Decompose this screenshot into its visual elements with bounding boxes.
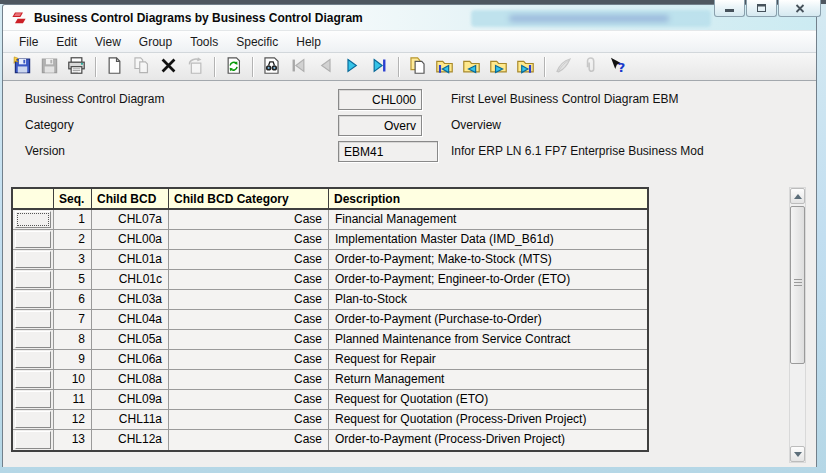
cell-description[interactable]: Order-to-Payment; Engineer-to-Order (ETO…: [329, 270, 647, 289]
menu-edit[interactable]: Edit: [48, 33, 85, 51]
cell-description[interactable]: Financial Management: [329, 210, 647, 229]
cell-child-bcd[interactable]: CHL09a: [92, 390, 169, 409]
version-field[interactable]: EBM41: [338, 141, 438, 162]
cell-category[interactable]: Case: [169, 350, 329, 369]
column-header-seq-[interactable]: Seq.: [54, 189, 92, 208]
cell-description[interactable]: Request for Quotation (ETO): [329, 390, 647, 409]
cell-description[interactable]: Planned Maintenance from Service Contrac…: [329, 330, 647, 349]
cell-description[interactable]: Request for Repair: [329, 350, 647, 369]
print-button[interactable]: [64, 55, 89, 79]
cell-child-bcd[interactable]: CHL07a: [92, 210, 169, 229]
column-header-child-bcd-category[interactable]: Child BCD Category: [169, 189, 329, 208]
delete-button[interactable]: [156, 55, 181, 79]
column-header-child-bcd[interactable]: Child BCD: [92, 189, 169, 208]
copy-button[interactable]: [405, 55, 430, 79]
cell-description[interactable]: Plan-to-Stock: [329, 290, 647, 309]
cell-seq[interactable]: 1: [54, 210, 92, 229]
menu-specific[interactable]: Specific: [228, 33, 286, 51]
menu-file[interactable]: File: [11, 33, 46, 51]
cell-child-bcd[interactable]: CHL11a: [92, 410, 169, 429]
row-selector-button[interactable]: [15, 391, 51, 408]
first-group-button[interactable]: [432, 55, 457, 79]
prev-group-button[interactable]: [459, 55, 484, 79]
menu-help[interactable]: Help: [288, 33, 329, 51]
cell-description[interactable]: Implementation Master Data (IMD_B61d): [329, 230, 647, 249]
cell-category[interactable]: Case: [169, 270, 329, 289]
cell-category[interactable]: Case: [169, 410, 329, 429]
cell-category[interactable]: Case: [169, 310, 329, 329]
column-header-description[interactable]: Description: [329, 189, 647, 208]
vertical-scrollbar[interactable]: [789, 187, 806, 463]
business-control-diagram-field[interactable]: CHL000: [338, 89, 422, 110]
next-group-button[interactable]: [486, 55, 511, 79]
maximize-button[interactable]: [746, 0, 777, 17]
cell-seq[interactable]: 5: [54, 270, 92, 289]
row-selector-button[interactable]: [15, 231, 51, 248]
cell-child-bcd[interactable]: CHL08a: [92, 370, 169, 389]
cell-category[interactable]: Case: [169, 230, 329, 249]
new-record-button[interactable]: [102, 55, 127, 79]
cell-description[interactable]: Order-to-Payment (Purchase-to-Order): [329, 310, 647, 329]
scroll-down-button[interactable]: [790, 446, 805, 462]
cell-child-bcd[interactable]: CHL03a: [92, 290, 169, 309]
row-selector-button[interactable]: [15, 311, 51, 328]
menu-group[interactable]: Group: [131, 33, 180, 51]
cell-seq[interactable]: 3: [54, 250, 92, 269]
cell-child-bcd[interactable]: CHL06a: [92, 350, 169, 369]
cell-seq[interactable]: 8: [54, 330, 92, 349]
cell-category[interactable]: Case: [169, 370, 329, 389]
cell-category[interactable]: Case: [169, 250, 329, 269]
cell-seq[interactable]: 13: [54, 430, 92, 450]
last-group-button[interactable]: [513, 55, 538, 79]
row-selector-button[interactable]: [15, 211, 51, 228]
table-row: 5CHL01cCaseOrder-to-Payment; Engineer-to…: [13, 270, 647, 290]
find-button[interactable]: [259, 55, 284, 79]
cell-description[interactable]: Order-to-Payment (Process-Driven Project…: [329, 430, 647, 450]
next-record-button[interactable]: [340, 55, 365, 79]
cell-seq[interactable]: 12: [54, 410, 92, 429]
column-header-selector[interactable]: [13, 189, 54, 208]
row-selector-button[interactable]: [15, 271, 51, 288]
cell-seq[interactable]: 11: [54, 390, 92, 409]
scrollbar-thumb[interactable]: [790, 206, 805, 364]
cell-description[interactable]: Order-to-Payment; Make-to-Stock (MTS): [329, 250, 647, 269]
category-field[interactable]: Overv: [338, 115, 422, 136]
cell-category[interactable]: Case: [169, 330, 329, 349]
cell-category[interactable]: Case: [169, 390, 329, 409]
cell-child-bcd[interactable]: CHL01a: [92, 250, 169, 269]
row-selector-button[interactable]: [15, 371, 51, 388]
table-row: 10CHL08aCaseReturn Management: [13, 370, 647, 390]
cell-category[interactable]: Case: [169, 210, 329, 229]
help-button[interactable]: ?: [605, 55, 630, 79]
cell-child-bcd[interactable]: CHL05a: [92, 330, 169, 349]
cell-description[interactable]: Return Management: [329, 370, 647, 389]
cell-child-bcd[interactable]: CHL12a: [92, 430, 169, 450]
cell-child-bcd[interactable]: CHL04a: [92, 310, 169, 329]
close-button[interactable]: [778, 0, 821, 17]
scroll-up-button[interactable]: [790, 188, 805, 204]
cell-seq[interactable]: 2: [54, 230, 92, 249]
menu-view[interactable]: View: [87, 33, 129, 51]
last-record-button[interactable]: [367, 55, 392, 79]
cell-description[interactable]: Request for Quotation (Process-Driven Pr…: [329, 410, 647, 429]
menu-tools[interactable]: Tools: [182, 33, 226, 51]
minimize-button[interactable]: [714, 0, 745, 17]
cell-category[interactable]: Case: [169, 290, 329, 309]
cell-seq[interactable]: 9: [54, 350, 92, 369]
cell-child-bcd[interactable]: CHL01c: [92, 270, 169, 289]
row-selector-button[interactable]: [15, 431, 51, 449]
cell-category[interactable]: Case: [169, 430, 329, 450]
cell-seq[interactable]: 7: [54, 310, 92, 329]
refresh-button[interactable]: [221, 55, 246, 79]
cell-child-bcd[interactable]: CHL00a: [92, 230, 169, 249]
cell-seq[interactable]: 6: [54, 290, 92, 309]
cell-seq[interactable]: 10: [54, 370, 92, 389]
row-selector-button[interactable]: [15, 331, 51, 348]
row-selector-button[interactable]: [15, 351, 51, 368]
screen: Business Control Diagrams by Business Co…: [0, 0, 826, 473]
row-selector-cell: [13, 370, 54, 389]
row-selector-button[interactable]: [15, 411, 51, 428]
row-selector-button[interactable]: [15, 291, 51, 308]
save-exit-button[interactable]: [10, 55, 35, 79]
row-selector-button[interactable]: [15, 251, 51, 268]
